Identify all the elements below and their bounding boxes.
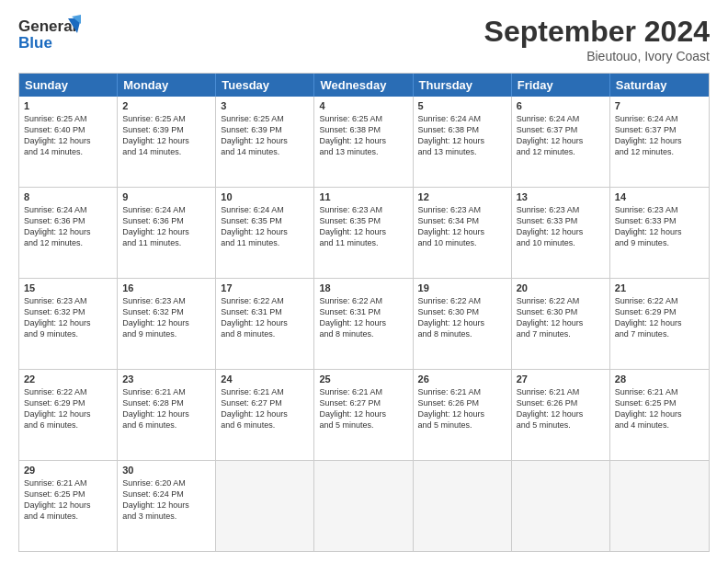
- day-number: 29: [24, 465, 112, 476]
- calendar-cell: [314, 461, 413, 551]
- cell-info: Sunrise: 6:22 AMSunset: 6:31 PMDaylight:…: [221, 295, 309, 340]
- day-number: 23: [122, 373, 210, 385]
- calendar-cell: 15Sunrise: 6:23 AMSunset: 6:32 PMDayligh…: [19, 279, 118, 369]
- day-number: 15: [24, 282, 112, 293]
- location: Bieutouo, Ivory Coast: [484, 49, 710, 63]
- day-number: 2: [122, 100, 210, 111]
- cell-info: Sunrise: 6:22 AMSunset: 6:30 PMDaylight:…: [517, 295, 605, 340]
- calendar-cell: 14Sunrise: 6:23 AMSunset: 6:33 PMDayligh…: [610, 188, 709, 278]
- calendar-cell: 5Sunrise: 6:24 AMSunset: 6:38 PMDaylight…: [414, 97, 512, 187]
- day-number: 24: [221, 373, 309, 385]
- day-number: 4: [319, 100, 407, 111]
- calendar-cell: 30Sunrise: 6:20 AMSunset: 6:24 PMDayligh…: [118, 461, 216, 551]
- calendar-header: SundayMondayTuesdayWednesdayThursdayFrid…: [19, 74, 709, 97]
- calendar-cell: 4Sunrise: 6:25 AMSunset: 6:38 PMDaylight…: [314, 97, 413, 187]
- calendar-cell: 18Sunrise: 6:22 AMSunset: 6:31 PMDayligh…: [314, 279, 413, 369]
- svg-text:Blue: Blue: [18, 34, 52, 52]
- cell-info: Sunrise: 6:25 AMSunset: 6:38 PMDaylight:…: [319, 113, 407, 158]
- cell-info: Sunrise: 6:23 AMSunset: 6:34 PMDaylight:…: [418, 204, 506, 249]
- calendar-cell: 24Sunrise: 6:21 AMSunset: 6:27 PMDayligh…: [216, 370, 314, 460]
- header: GeneralBlue September 2024 Bieutouo, Ivo…: [18, 15, 710, 63]
- day-number: 9: [122, 191, 210, 202]
- calendar-cell: 6Sunrise: 6:24 AMSunset: 6:37 PMDaylight…: [512, 97, 610, 187]
- cell-info: Sunrise: 6:25 AMSunset: 6:39 PMDaylight:…: [221, 113, 309, 158]
- month-title: September 2024: [484, 15, 710, 49]
- day-number: 26: [418, 373, 506, 385]
- day-number: 28: [615, 373, 704, 385]
- logo: GeneralBlue: [18, 15, 83, 55]
- cell-info: Sunrise: 6:21 AMSunset: 6:26 PMDaylight:…: [418, 386, 506, 431]
- calendar-cell: [610, 461, 709, 551]
- header-day-saturday: Saturday: [610, 74, 709, 97]
- calendar-cell: 28Sunrise: 6:21 AMSunset: 6:25 PMDayligh…: [610, 370, 709, 460]
- calendar-cell: 10Sunrise: 6:24 AMSunset: 6:35 PMDayligh…: [216, 188, 314, 278]
- cell-info: Sunrise: 6:23 AMSunset: 6:32 PMDaylight:…: [24, 295, 112, 340]
- day-number: 5: [418, 100, 506, 111]
- day-number: 27: [517, 373, 605, 385]
- cell-info: Sunrise: 6:21 AMSunset: 6:27 PMDaylight:…: [319, 386, 407, 431]
- header-day-friday: Friday: [512, 74, 610, 97]
- calendar-row-1: 1Sunrise: 6:25 AMSunset: 6:40 PMDaylight…: [19, 97, 709, 187]
- cell-info: Sunrise: 6:22 AMSunset: 6:29 PMDaylight:…: [24, 386, 112, 431]
- cell-info: Sunrise: 6:24 AMSunset: 6:37 PMDaylight:…: [615, 113, 704, 158]
- calendar-cell: [512, 461, 610, 551]
- cell-info: Sunrise: 6:24 AMSunset: 6:35 PMDaylight:…: [221, 204, 309, 249]
- day-number: 12: [418, 191, 506, 202]
- cell-info: Sunrise: 6:23 AMSunset: 6:33 PMDaylight:…: [615, 204, 704, 249]
- page: GeneralBlue September 2024 Bieutouo, Ivo…: [0, 0, 728, 563]
- cell-info: Sunrise: 6:23 AMSunset: 6:33 PMDaylight:…: [517, 204, 605, 249]
- cell-info: Sunrise: 6:22 AMSunset: 6:29 PMDaylight:…: [615, 295, 704, 340]
- calendar-cell: 11Sunrise: 6:23 AMSunset: 6:35 PMDayligh…: [314, 188, 413, 278]
- cell-info: Sunrise: 6:25 AMSunset: 6:39 PMDaylight:…: [122, 113, 210, 158]
- day-number: 8: [24, 191, 112, 202]
- calendar-cell: 25Sunrise: 6:21 AMSunset: 6:27 PMDayligh…: [314, 370, 413, 460]
- day-number: 20: [517, 282, 605, 293]
- calendar-cell: 8Sunrise: 6:24 AMSunset: 6:36 PMDaylight…: [19, 188, 118, 278]
- header-day-thursday: Thursday: [414, 74, 512, 97]
- cell-info: Sunrise: 6:21 AMSunset: 6:28 PMDaylight:…: [122, 386, 210, 431]
- calendar-cell: [216, 461, 314, 551]
- calendar-cell: [414, 461, 512, 551]
- calendar-cell: 16Sunrise: 6:23 AMSunset: 6:32 PMDayligh…: [118, 279, 216, 369]
- cell-info: Sunrise: 6:24 AMSunset: 6:37 PMDaylight:…: [517, 113, 605, 158]
- header-day-tuesday: Tuesday: [216, 74, 314, 97]
- calendar-cell: 26Sunrise: 6:21 AMSunset: 6:26 PMDayligh…: [414, 370, 512, 460]
- calendar-row-2: 8Sunrise: 6:24 AMSunset: 6:36 PMDaylight…: [19, 187, 709, 278]
- calendar-cell: 19Sunrise: 6:22 AMSunset: 6:30 PMDayligh…: [414, 279, 512, 369]
- day-number: 30: [122, 465, 210, 476]
- header-day-sunday: Sunday: [19, 74, 118, 97]
- cell-info: Sunrise: 6:20 AMSunset: 6:24 PMDaylight:…: [122, 477, 210, 523]
- calendar-cell: 23Sunrise: 6:21 AMSunset: 6:28 PMDayligh…: [118, 370, 216, 460]
- calendar-row-5: 29Sunrise: 6:21 AMSunset: 6:25 PMDayligh…: [19, 460, 709, 551]
- header-day-wednesday: Wednesday: [314, 74, 413, 97]
- calendar-cell: 22Sunrise: 6:22 AMSunset: 6:29 PMDayligh…: [19, 370, 118, 460]
- day-number: 11: [319, 191, 407, 202]
- cell-info: Sunrise: 6:21 AMSunset: 6:25 PMDaylight:…: [24, 477, 112, 523]
- cell-info: Sunrise: 6:21 AMSunset: 6:26 PMDaylight:…: [517, 386, 605, 431]
- cell-info: Sunrise: 6:23 AMSunset: 6:32 PMDaylight:…: [122, 295, 210, 340]
- calendar-cell: 3Sunrise: 6:25 AMSunset: 6:39 PMDaylight…: [216, 97, 314, 187]
- cell-info: Sunrise: 6:22 AMSunset: 6:31 PMDaylight:…: [319, 295, 407, 340]
- calendar-cell: 17Sunrise: 6:22 AMSunset: 6:31 PMDayligh…: [216, 279, 314, 369]
- logo-svg: GeneralBlue: [18, 15, 83, 55]
- calendar-cell: 21Sunrise: 6:22 AMSunset: 6:29 PMDayligh…: [610, 279, 709, 369]
- calendar-cell: 29Sunrise: 6:21 AMSunset: 6:25 PMDayligh…: [19, 461, 118, 551]
- day-number: 22: [24, 373, 112, 385]
- cell-info: Sunrise: 6:21 AMSunset: 6:25 PMDaylight:…: [615, 386, 704, 431]
- calendar-cell: 1Sunrise: 6:25 AMSunset: 6:40 PMDaylight…: [19, 97, 118, 187]
- day-number: 18: [319, 282, 407, 293]
- calendar-cell: 20Sunrise: 6:22 AMSunset: 6:30 PMDayligh…: [512, 279, 610, 369]
- cell-info: Sunrise: 6:22 AMSunset: 6:30 PMDaylight:…: [418, 295, 506, 340]
- cell-info: Sunrise: 6:24 AMSunset: 6:38 PMDaylight:…: [418, 113, 506, 158]
- svg-text:General: General: [18, 17, 76, 35]
- day-number: 16: [122, 282, 210, 293]
- day-number: 10: [221, 191, 309, 202]
- day-number: 17: [221, 282, 309, 293]
- day-number: 19: [418, 282, 506, 293]
- calendar-row-4: 22Sunrise: 6:22 AMSunset: 6:29 PMDayligh…: [19, 369, 709, 460]
- cell-info: Sunrise: 6:24 AMSunset: 6:36 PMDaylight:…: [122, 204, 210, 249]
- day-number: 1: [24, 100, 112, 111]
- calendar-cell: 12Sunrise: 6:23 AMSunset: 6:34 PMDayligh…: [414, 188, 512, 278]
- day-number: 21: [615, 282, 704, 293]
- calendar: SundayMondayTuesdayWednesdayThursdayFrid…: [18, 73, 710, 552]
